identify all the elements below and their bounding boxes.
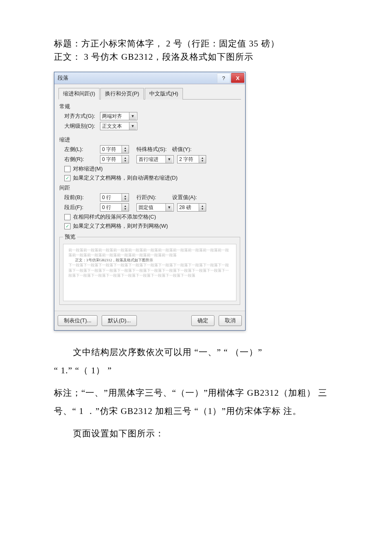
general-heading: 常规 — [59, 103, 241, 110]
spinner-buttons-icon: ▲▼ — [199, 204, 206, 211]
at-spinner[interactable]: 28 磅 ▲▼ — [177, 203, 206, 212]
special-format-value: 首行缩进 — [139, 156, 158, 163]
space-before-spinner[interactable]: 0 行 ▲▼ — [100, 193, 129, 202]
no-space-same-style-checkbox[interactable] — [64, 214, 71, 220]
chevron-down-icon: ▼ — [166, 156, 173, 163]
special-format-label: 特殊格式(S): — [136, 146, 169, 153]
cancel-button[interactable]: 取消 — [219, 315, 242, 326]
alignment-combo[interactable]: 两端对齐 ▼ — [100, 112, 137, 120]
body-para-3: 页面设置如下图所示： — [54, 424, 338, 443]
mirror-indent-label: 对称缩进(M) — [73, 165, 103, 173]
line-spacing-value: 固定值 — [139, 204, 153, 211]
doc-intro-line2: 正文： 3 号仿木 GB2312，段洛及格式如下图所示 — [54, 51, 338, 64]
preview-gray-after: 下一段落下一段落下一段落下一段落下一段落下一段落下一段落下一段落下一段落下一段落… — [68, 263, 231, 278]
paragraph-dialog: 段落 ? X 缩进和间距(I) 换行和分页(P) 中文版式(H) 常规 对齐方式… — [54, 72, 246, 331]
indent-right-value: 0 字符 — [102, 156, 116, 163]
tab-line-page-breaks[interactable]: 换行和分页(P) — [100, 88, 144, 100]
close-icon[interactable]: X — [231, 73, 244, 83]
alignment-value: 两端对齐 — [102, 113, 122, 120]
indent-left-label: 左侧(L): — [64, 146, 97, 153]
outline-combo[interactable]: 正文文本 ▼ — [100, 122, 137, 130]
doc-intro-line1: 标题：方正小标宋简体字， 2 号（行距：固定值 35 磅） — [54, 37, 338, 51]
line-spacing-combo[interactable]: 固定值 ▼ — [136, 203, 174, 212]
outline-value: 正文文本 — [102, 123, 122, 130]
auto-adjust-indent-checkbox[interactable]: ✓ — [64, 175, 71, 181]
body-para-1a: 文中结构层次序数依次可以用 “一、” “ （一）” — [54, 343, 338, 361]
chevron-down-icon: ▼ — [129, 122, 136, 130]
indent-left-spinner[interactable]: 0 字符 ▲▼ — [100, 145, 129, 153]
mirror-indent-checkbox[interactable] — [64, 166, 71, 172]
by-label: 磅值(Y): — [172, 146, 197, 153]
preview-legend: 预览 — [63, 233, 77, 241]
spinner-buttons-icon: ▲▼ — [122, 204, 129, 211]
indent-right-spinner[interactable]: 0 字符 ▲▼ — [100, 155, 129, 163]
snap-to-grid-label: 如果定义了文档网格，则对齐到网格(W) — [73, 222, 168, 230]
space-after-spinner[interactable]: 0 行 ▲▼ — [100, 203, 129, 212]
spacing-heading: 间距 — [59, 184, 241, 192]
dialog-title: 段落 — [58, 74, 68, 82]
auto-adjust-indent-label: 如果定义了文档网格，则自动调整右缩进(D) — [73, 174, 178, 182]
spinner-buttons-icon: ▲▼ — [122, 194, 129, 201]
indent-left-value: 0 字符 — [102, 146, 116, 153]
by-spinner[interactable]: 2 字符 ▲▼ — [177, 155, 206, 163]
body-para-1b: “ 1.” “（ 1） ” — [54, 361, 338, 380]
at-label: 设置值(A): — [172, 194, 197, 201]
help-icon[interactable]: ? — [217, 73, 230, 83]
line-spacing-label: 行距(N): — [136, 194, 169, 201]
preview-group: 预览 前一段落前一段落前一段落前一段落前一段落前一段落前一段落前一段落前一段落前… — [59, 233, 240, 305]
body-para-2: 标注；“一、”用黑体字三号、“（一）”用楷体字 GB2312（加粗） 三号、“ … — [54, 384, 338, 420]
outline-label: 大纲级别(O): — [64, 122, 97, 130]
no-space-same-style-label: 在相同样式的段落间不添加空格(C) — [73, 213, 156, 221]
space-before-label: 段前(B): — [64, 194, 97, 201]
tab-indent-spacing[interactable]: 缩进和间距(I) — [58, 88, 100, 100]
special-format-combo[interactable]: 首行缩进 ▼ — [136, 155, 174, 163]
dialog-tabs: 缩进和间距(I) 换行和分页(P) 中文版式(H) — [58, 88, 241, 100]
dialog-titlebar: 段落 ? X — [54, 72, 245, 84]
ok-button[interactable]: 确定 — [191, 315, 214, 326]
alignment-label: 对齐方式(G): — [64, 112, 97, 120]
indent-heading: 缩进 — [59, 136, 241, 144]
by-value: 2 字符 — [179, 156, 193, 163]
default-button[interactable]: 默认(D)... — [102, 315, 137, 326]
spinner-buttons-icon: ▲▼ — [122, 156, 129, 163]
dialog-button-bar: 制表位(T)... 默认(D)... 确定 取消 — [54, 311, 245, 330]
preview-sample-text: 正文：3号仿宋GB2312，段落及格式如下图所示 — [75, 258, 231, 263]
spinner-buttons-icon: ▲▼ — [199, 156, 206, 163]
preview-gray-before: 前一段落前一段落前一段落前一段落前一段落前一段落前一段落前一段落前一段落前一段落… — [68, 248, 231, 258]
spinner-buttons-icon: ▲▼ — [122, 146, 129, 153]
indent-right-label: 右侧(R): — [64, 156, 97, 163]
chevron-down-icon: ▼ — [129, 112, 136, 120]
space-after-value: 0 行 — [102, 204, 111, 211]
tabs-button[interactable]: 制表位(T)... — [58, 315, 97, 326]
snap-to-grid-checkbox[interactable]: ✓ — [64, 223, 71, 229]
at-value: 28 磅 — [179, 204, 191, 211]
space-after-label: 段后(F): — [64, 204, 97, 211]
preview-box: 前一段落前一段落前一段落前一段落前一段落前一段落前一段落前一段落前一段落前一段落… — [63, 244, 236, 301]
space-before-value: 0 行 — [102, 194, 111, 201]
tab-asian-typography[interactable]: 中文版式(H) — [145, 88, 183, 100]
chevron-down-icon: ▼ — [166, 204, 173, 211]
